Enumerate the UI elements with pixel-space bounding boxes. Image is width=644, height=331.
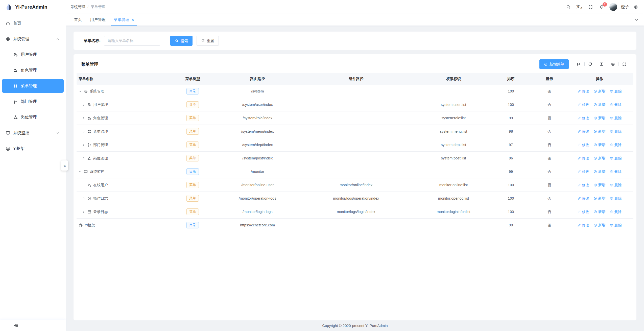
trash-icon xyxy=(610,210,613,214)
reset-button-label: 重置 xyxy=(207,39,214,43)
actions-cell: 修改新增删除 xyxy=(565,183,633,187)
row-action-edit[interactable]: 修改 xyxy=(577,116,589,121)
sidebar-item-role-management[interactable]: 角色管理 xyxy=(2,63,64,77)
row-action-delete[interactable]: 删除 xyxy=(610,169,622,174)
trash-icon xyxy=(610,89,613,93)
tab-menu-management[interactable]: 菜单管理× xyxy=(111,14,137,26)
row-action-add[interactable]: 新增 xyxy=(593,209,606,214)
row-action-delete[interactable]: 删除 xyxy=(610,209,622,214)
component-path-cell: monitor/online/index xyxy=(294,183,419,187)
actions-cell: 修改新增删除 xyxy=(565,196,633,201)
row-action-add[interactable]: 新增 xyxy=(593,156,606,161)
translate-icon[interactable]: 文A xyxy=(575,2,584,12)
menu-type-tag: 菜单 xyxy=(186,208,199,215)
expand-toggle-icon[interactable] xyxy=(79,170,82,173)
sort-cell: 96 xyxy=(489,156,533,160)
tab-home[interactable]: 首页 xyxy=(71,14,85,26)
tab-user-management[interactable]: 用户管理 xyxy=(87,14,109,26)
sidebar-item-system-monitor[interactable]: 系统监控 xyxy=(2,126,64,140)
row-action-edit[interactable]: 修改 xyxy=(577,89,589,94)
menu-name-label: 部门管理 xyxy=(93,143,108,147)
expand-toggle-icon[interactable] xyxy=(82,143,85,147)
sidebar-item-system-management[interactable]: 系统管理 xyxy=(2,32,64,46)
sidebar-item-menu-management[interactable]: 菜单管理 xyxy=(2,79,64,93)
add-menu-button[interactable]: 新增菜单 xyxy=(539,59,569,69)
row-action-edit[interactable]: 修改 xyxy=(577,102,589,107)
monitor-icon xyxy=(84,170,88,174)
settings-icon[interactable] xyxy=(611,62,615,66)
tabs-more-button[interactable] xyxy=(634,14,641,26)
row-action-add[interactable]: 新增 xyxy=(593,129,606,134)
sidebar-item-label: 系统管理 xyxy=(13,36,29,42)
row-action-delete[interactable]: 删除 xyxy=(610,196,622,201)
expand-toggle-icon[interactable] xyxy=(82,197,85,200)
row-action-add[interactable]: 新增 xyxy=(593,183,606,187)
expand-toggle-icon[interactable] xyxy=(82,116,85,120)
menu-name-cell: 系统监控 xyxy=(77,169,164,174)
row-action-add[interactable]: 新增 xyxy=(593,89,606,94)
row-action-add[interactable]: 新增 xyxy=(593,223,606,228)
settings-gear-icon[interactable] xyxy=(631,2,640,12)
menu-name-cell: 角色管理 xyxy=(77,116,164,121)
fullscreen-icon[interactable] xyxy=(586,2,595,12)
expand-toggle-icon[interactable] xyxy=(82,103,85,106)
expand-toggle-icon[interactable] xyxy=(79,90,82,93)
sidebar-item-yi-framework[interactable]: Yi框架 xyxy=(2,142,64,155)
menu-name-cell: 操作日志 xyxy=(77,196,164,201)
breadcrumb-item[interactable]: 菜单管理 xyxy=(91,5,105,9)
action-label: 新增 xyxy=(598,169,606,174)
search-icon[interactable] xyxy=(563,2,573,12)
row-action-edit[interactable]: 修改 xyxy=(577,183,589,187)
row-action-edit[interactable]: 修改 xyxy=(577,223,589,228)
row-action-delete[interactable]: 删除 xyxy=(610,89,622,94)
row-action-add[interactable]: 新增 xyxy=(593,116,606,121)
fullscreen-icon[interactable] xyxy=(622,62,627,66)
row-action-delete[interactable]: 删除 xyxy=(610,102,622,107)
refresh-icon[interactable] xyxy=(588,62,592,66)
avatar[interactable] xyxy=(609,3,617,11)
app-window: Yi-PureAdmin 首页系统管理用户管理角色管理菜单管理部门管理岗位管理系… xyxy=(0,0,644,331)
table-row: 角色管理菜单/system/role/indexsystem:role:list… xyxy=(77,111,633,125)
row-action-edit[interactable]: 修改 xyxy=(577,156,589,161)
sidebar-collapse-handle[interactable]: « xyxy=(61,160,68,171)
row-action-add[interactable]: 新增 xyxy=(593,102,606,107)
sidebar-item-dept-management[interactable]: 部门管理 xyxy=(2,95,64,108)
route-path-cell: /monitor/login-logs xyxy=(221,210,294,214)
page-content: 菜单名称: 搜索 重置 菜单管理 新增菜单 xyxy=(66,26,644,331)
row-action-delete[interactable]: 删除 xyxy=(610,183,622,187)
collapse-sidebar-icon[interactable] xyxy=(14,323,19,328)
row-action-edit[interactable]: 修改 xyxy=(577,169,589,174)
row-action-add[interactable]: 新增 xyxy=(593,196,606,201)
row-action-delete[interactable]: 删除 xyxy=(610,116,622,121)
chevron-up-icon xyxy=(56,37,60,41)
row-action-edit[interactable]: 修改 xyxy=(577,143,589,147)
sidebar-item-home[interactable]: 首页 xyxy=(2,16,64,30)
sidebar-item-post-management[interactable]: 岗位管理 xyxy=(2,110,64,124)
menu-type-tag: 菜单 xyxy=(186,195,199,202)
expand-toggle-icon[interactable] xyxy=(82,130,85,133)
row-action-add[interactable]: 新增 xyxy=(593,169,606,174)
row-action-delete[interactable]: 删除 xyxy=(610,223,622,228)
row-action-edit[interactable]: 修改 xyxy=(577,196,589,201)
row-action-delete[interactable]: 删除 xyxy=(610,143,622,147)
row-action-delete[interactable]: 删除 xyxy=(610,156,622,161)
app-logo[interactable]: Yi-PureAdmin xyxy=(0,0,66,14)
menu-name-input[interactable] xyxy=(104,36,160,46)
row-action-add[interactable]: 新增 xyxy=(593,143,606,147)
expand-arrow-icon[interactable] xyxy=(577,62,581,66)
row-action-edit[interactable]: 修改 xyxy=(577,209,589,214)
action-label: 修改 xyxy=(582,156,589,161)
breadcrumb-item[interactable]: 系统管理 xyxy=(70,5,85,9)
username[interactable]: 橙子 xyxy=(621,4,629,10)
row-action-edit[interactable]: 修改 xyxy=(577,129,589,134)
tab-close-icon[interactable]: × xyxy=(132,18,134,22)
row-action-delete[interactable]: 删除 xyxy=(610,129,622,134)
expand-toggle-icon[interactable] xyxy=(82,157,85,160)
notifications-button[interactable]: 7 xyxy=(597,2,606,12)
reset-button[interactable]: 重置 xyxy=(197,36,219,46)
menu-type-cell: 菜单 xyxy=(164,128,221,135)
sidebar-item-user-management[interactable]: 用户管理 xyxy=(2,48,64,61)
search-button[interactable]: 搜索 xyxy=(170,36,193,46)
density-icon[interactable] xyxy=(599,62,604,66)
expand-toggle-icon[interactable] xyxy=(82,210,85,214)
